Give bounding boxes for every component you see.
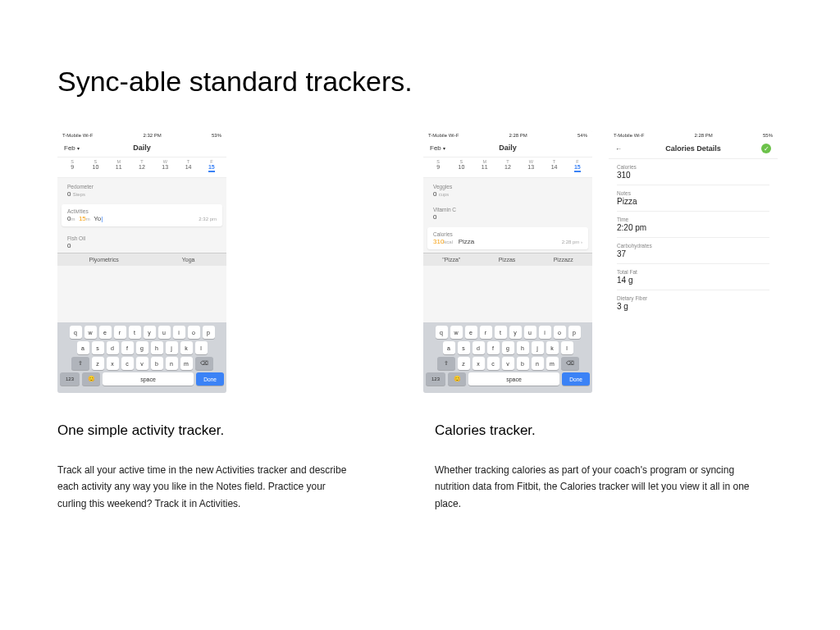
suggestion[interactable]: Yoga (182, 257, 195, 262)
day-cell[interactable]: S10 (84, 159, 107, 172)
emoji-key[interactable]: 😊 (448, 372, 466, 386)
key[interactable]: d (107, 341, 119, 354)
key[interactable]: n (166, 357, 178, 370)
key[interactable]: z (458, 357, 470, 370)
detail-field[interactable]: Calories310 (609, 159, 778, 185)
done-key[interactable]: Done (562, 372, 590, 386)
key[interactable]: i (173, 326, 185, 339)
key[interactable]: e (99, 326, 112, 339)
day-cell[interactable]: S9 (427, 159, 450, 172)
key[interactable]: f (487, 341, 500, 354)
delete-key[interactable]: ⌫ (195, 357, 213, 370)
numeric-key[interactable]: 123 (426, 372, 445, 386)
key[interactable]: x (472, 357, 485, 370)
key[interactable]: d (472, 341, 485, 354)
key[interactable]: j (532, 341, 544, 354)
delete-key[interactable]: ⌫ (561, 357, 579, 370)
veggies-card[interactable]: Veggies 0 cups (427, 180, 588, 201)
key[interactable]: g (136, 341, 148, 354)
key[interactable]: i (539, 326, 551, 339)
day-cell[interactable]: W13 (153, 159, 176, 172)
keyboard[interactable]: qwertyuiopasdfghjkl⇧zxcvbnm⌫123😊spaceDon… (423, 322, 592, 393)
day-cell[interactable]: F15 (200, 159, 223, 172)
key[interactable]: t (495, 326, 507, 339)
key[interactable]: y (144, 326, 156, 339)
key[interactable]: l (195, 341, 208, 354)
day-cell[interactable]: S10 (450, 159, 472, 172)
confirm-icon[interactable]: ✓ (761, 144, 771, 153)
day-cell[interactable]: M11 (473, 159, 496, 172)
key[interactable]: v (136, 357, 148, 370)
back-button[interactable]: ← (615, 145, 640, 153)
detail-field[interactable]: Carbohydrates37 (609, 238, 778, 263)
detail-field[interactable]: NotesPizza (609, 185, 778, 211)
key[interactable]: y (509, 326, 522, 339)
day-cell[interactable]: S9 (61, 159, 84, 172)
key[interactable]: t (129, 326, 141, 339)
suggestion[interactable]: Plyometrics (89, 257, 119, 262)
month-picker[interactable]: Feb▾ (64, 144, 89, 152)
key[interactable]: m (180, 357, 193, 370)
key[interactable]: c (121, 357, 134, 370)
calories-card[interactable]: Calories 310kcal Pizza 2:28 pm › (427, 227, 588, 249)
shift-key[interactable]: ⇧ (71, 357, 89, 370)
key[interactable]: e (465, 326, 477, 339)
key[interactable]: h (151, 341, 163, 354)
keyboard[interactable]: qwertyuiopasdfghjkl⇧zxcvbnm⌫123😊spaceDon… (57, 322, 226, 393)
key[interactable]: l (561, 341, 573, 354)
numeric-key[interactable]: 123 (60, 372, 80, 386)
key[interactable]: q (436, 326, 448, 339)
key[interactable]: b (151, 357, 163, 370)
suggestion[interactable]: "Pizza" (442, 257, 460, 262)
key[interactable]: o (554, 326, 566, 339)
activities-card[interactable]: Activities 0m 15m Yo| 2:32 pm (62, 204, 222, 226)
key[interactable]: c (487, 357, 500, 370)
key[interactable]: s (458, 341, 470, 354)
suggestion[interactable]: Pizzazz (554, 257, 573, 262)
key[interactable]: k (180, 341, 193, 354)
autocomplete-bar[interactable]: Plyometrics Yoga (57, 253, 226, 266)
week-selector[interactable]: S9S10M11T12W13T14F15 (423, 158, 592, 178)
emoji-key[interactable]: 😊 (82, 372, 100, 386)
key[interactable]: u (158, 326, 171, 339)
key[interactable]: g (502, 341, 514, 354)
day-cell[interactable]: T12 (130, 159, 153, 172)
day-cell[interactable]: W13 (519, 159, 542, 172)
key[interactable]: a (443, 341, 455, 354)
detail-field[interactable]: Total Fat14 g (609, 264, 778, 290)
pedometer-card[interactable]: Pedometer 0 Steps (62, 180, 222, 201)
key[interactable]: j (166, 341, 178, 354)
key[interactable]: r (480, 326, 492, 339)
key[interactable]: n (532, 357, 544, 370)
detail-field[interactable]: Dietary Fiber3 g (609, 290, 778, 316)
key[interactable]: k (546, 341, 559, 354)
vitaminc-card[interactable]: Vitamin C 0 (427, 203, 588, 224)
day-cell[interactable]: T14 (542, 159, 565, 172)
key[interactable]: u (524, 326, 536, 339)
key[interactable]: h (517, 341, 529, 354)
day-cell[interactable]: T12 (496, 159, 519, 172)
shift-key[interactable]: ⇧ (437, 357, 455, 370)
key[interactable]: w (84, 326, 97, 339)
key[interactable]: z (92, 357, 104, 370)
day-cell[interactable]: T14 (176, 159, 199, 172)
done-key[interactable]: Done (196, 372, 224, 386)
key[interactable]: p (568, 326, 581, 339)
key[interactable]: r (114, 326, 126, 339)
key[interactable]: p (203, 326, 215, 339)
key[interactable]: x (107, 357, 119, 370)
month-picker[interactable]: Feb▾ (430, 144, 454, 152)
key[interactable]: a (77, 341, 89, 354)
key[interactable]: q (70, 326, 82, 339)
key[interactable]: m (546, 357, 559, 370)
space-key[interactable]: space (103, 372, 194, 386)
key[interactable]: b (517, 357, 529, 370)
week-selector[interactable]: S9S10M11T12W13T14F15 (57, 158, 226, 178)
detail-field[interactable]: Time2:20 pm (609, 212, 778, 237)
day-cell[interactable]: F15 (566, 159, 589, 172)
notes-input[interactable]: Yo (94, 215, 101, 222)
key[interactable]: v (502, 357, 514, 370)
autocomplete-bar[interactable]: "Pizza" Pizzas Pizzazz (423, 253, 592, 266)
key[interactable]: w (450, 326, 463, 339)
key[interactable]: o (188, 326, 200, 339)
